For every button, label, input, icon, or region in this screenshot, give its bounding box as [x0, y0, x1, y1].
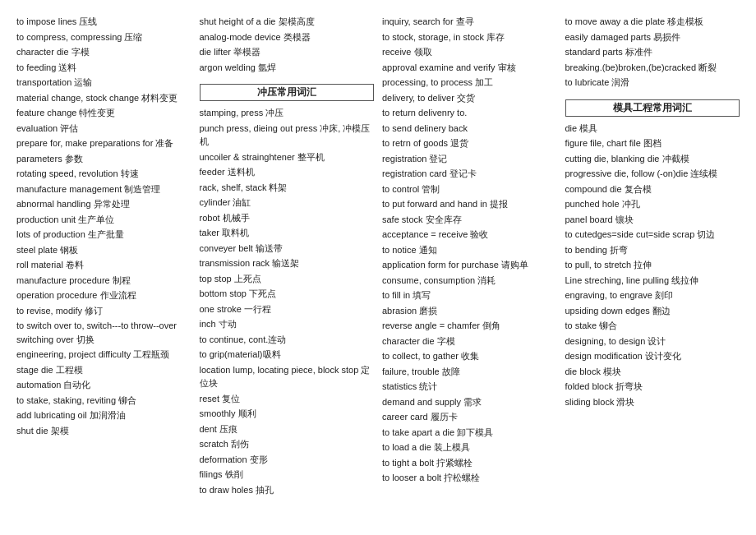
list-item: to load a die 装上模具: [382, 440, 557, 454]
list-item: lots of production 生产批量: [16, 228, 191, 242]
list-item: registration card 登记卡: [382, 167, 557, 181]
list-item: robot 机械手: [200, 211, 375, 225]
list-item: top stop 上死点: [200, 272, 375, 286]
list-item: stage die 工程模: [16, 363, 191, 377]
list-item: easily damaged parts 易损件: [565, 30, 740, 44]
list-item: to fill in 填写: [382, 288, 557, 302]
list-item: punched hole 冲孔: [565, 197, 740, 211]
list-item: to feeding 送料: [16, 61, 191, 75]
list-item: to switch over to, switch---to throw--ov…: [16, 319, 191, 346]
list-item: stamping, press 冲压: [200, 106, 375, 120]
list-item: Line streching, line pulling 线拉伸: [565, 274, 740, 288]
section-title: 冲压常用词汇: [200, 84, 375, 101]
list-item: career card 履历卡: [382, 410, 557, 424]
list-item: dent 压痕: [200, 422, 375, 436]
list-item: argon welding 氩焊: [200, 61, 375, 75]
list-item: to compress, compressing 压缩: [16, 30, 191, 44]
list-item: production unit 生产单位: [16, 213, 191, 227]
page-content: to impose lines 压线to compress, compressi…: [16, 15, 740, 496]
list-item: to looser a bolt 拧松螺栓: [382, 471, 557, 485]
list-item: to take apart a die 卸下模具: [382, 426, 557, 440]
list-item: analog-mode device 类模器: [200, 30, 375, 44]
list-item: approval examine and verify 审核: [382, 61, 557, 75]
list-item: uncoiler & strainghtener 整平机: [200, 150, 375, 164]
column-2: shut height of a die 架模高度analog-mode dev…: [200, 15, 375, 496]
list-item: registration 登记: [382, 152, 557, 166]
list-item: material change, stock change 材料变更: [16, 91, 191, 105]
list-item: add lubricating oil 加润滑油: [16, 408, 191, 422]
list-item: prepare for, make preparations for 准备: [16, 136, 191, 150]
list-item: feeder 送料机: [200, 165, 375, 179]
list-item: evaluation 评估: [16, 122, 191, 136]
list-item: one stroke 一行程: [200, 302, 375, 316]
list-item: processing, to process 加工: [382, 76, 557, 90]
list-item: upsiding down edges 翻边: [565, 304, 740, 318]
list-item: compound die 复合模: [565, 182, 740, 196]
list-item: deformation 变形: [200, 453, 375, 467]
list-item: feature change 特性变更: [16, 106, 191, 120]
list-item: figure file, chart file 图档: [565, 136, 740, 150]
list-item: progressive die, follow (-on)die 连续模: [565, 167, 740, 181]
list-item: delivery, to deliver 交货: [382, 91, 557, 105]
list-item: demand and supply 需求: [382, 395, 557, 409]
list-item: consume, consumption 消耗: [382, 274, 557, 288]
column-4: to move away a die plate 移走模板easily dama…: [565, 15, 740, 408]
list-item: bottom stop 下死点: [200, 287, 375, 301]
list-item: sliding block 滑块: [565, 395, 740, 409]
list-item: acceptance = receive 验收: [382, 228, 557, 242]
list-item: character die 字模: [382, 334, 557, 348]
list-item: panel board 镶块: [565, 213, 740, 227]
list-item: to tight a bolt 拧紧螺栓: [382, 456, 557, 470]
list-item: location lump, locating piece, block sto…: [200, 363, 375, 390]
list-item: to pull, to stretch 拉伸: [565, 258, 740, 272]
list-item: to put forward and hand in 提报: [382, 197, 557, 211]
section-title: 模具工程常用词汇: [565, 99, 740, 117]
list-item: to return delivenry to.: [382, 106, 557, 120]
list-item: reset 复位: [200, 392, 375, 406]
list-item: shut die 架模: [16, 424, 191, 438]
list-item: to lubricate 润滑: [565, 76, 740, 90]
list-item: receive 领取: [382, 45, 557, 59]
list-item: manufacture procedure 制程: [16, 274, 191, 288]
list-item: to revise, modify 修订: [16, 304, 191, 318]
list-item: failure, trouble 故障: [382, 365, 557, 379]
list-item: cutting die, blanking die 冲截模: [565, 152, 740, 166]
column-1: to impose lines 压线to compress, compressi…: [16, 15, 191, 437]
list-item: to control 管制: [382, 182, 557, 196]
list-item: to stock, storage, in stock 库存: [382, 30, 557, 44]
list-item: to grip(material)吸料: [200, 348, 375, 362]
list-item: folded block 折弯块: [565, 380, 740, 394]
column-3: inquiry, search for 查寻to stock, storage,…: [382, 15, 557, 485]
list-item: parameters 参数: [16, 152, 191, 166]
list-item: standard parts 标准件: [565, 45, 740, 59]
list-item: filings 铁削: [200, 468, 375, 482]
list-item: automation 自动化: [16, 378, 191, 392]
list-item: designing, to design 设计: [565, 334, 740, 348]
list-item: to bending 折弯: [565, 243, 740, 257]
list-item: statistics 统计: [382, 380, 557, 394]
list-item: inquiry, search for 查寻: [382, 15, 557, 29]
list-item: engraving, to engrave 刻印: [565, 288, 740, 302]
list-item: rotating speed, revolution 转速: [16, 167, 191, 181]
list-item: rack, shelf, stack 料架: [200, 181, 375, 195]
list-item: die block 模块: [565, 365, 740, 379]
list-item: transmission rack 输送架: [200, 256, 375, 270]
list-item: to impose lines 压线: [16, 15, 191, 29]
list-item: to send delinery back: [382, 122, 557, 136]
list-item: shut height of a die 架模高度: [200, 15, 375, 29]
list-item: operation procedure 作业流程: [16, 288, 191, 302]
list-item: die 模具: [565, 122, 740, 136]
list-item: scratch 刮伤: [200, 437, 375, 451]
list-item: application form for purchase 请购单: [382, 258, 557, 272]
list-item: die lifter 举模器: [200, 45, 375, 59]
list-item: taker 取料机: [200, 226, 375, 240]
list-item: to stake, staking, reviting 铆合: [16, 394, 191, 408]
list-item: inch 寸动: [200, 317, 375, 331]
list-item: to collect, to gather 收集: [382, 349, 557, 363]
list-item: breaking.(be)broken,(be)cracked 断裂: [565, 61, 740, 75]
list-item: abnormal handling 异常处理: [16, 197, 191, 211]
list-item: roll material 卷料: [16, 258, 191, 272]
list-item: engineering, project difficulty 工程瓶颈: [16, 348, 191, 362]
list-item: reverse angle = chamfer 倒角: [382, 319, 557, 333]
list-item: punch press, dieing out press 冲床, 冲模压机: [200, 122, 375, 149]
